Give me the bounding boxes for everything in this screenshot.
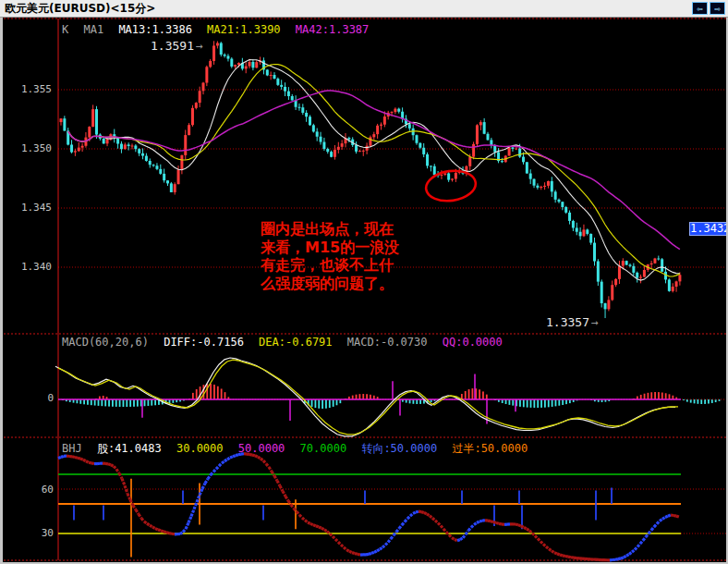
annotation-line: 圈内是出场点，现在: [261, 220, 399, 239]
annotation-line: 来看，M15的一浪没: [261, 239, 399, 257]
titlebar-buttons: ⇦ ⇨: [692, 2, 725, 15]
y-axis-label-1355: 1.355: [2, 83, 52, 95]
bhj-half-value: 过半:50.0000: [452, 442, 528, 455]
qq-value: QQ:0.0000: [443, 336, 503, 349]
bhj-k-value: 股:41.0483: [97, 442, 162, 455]
high-price-marker: 1.3591→: [151, 39, 203, 53]
current-price-tag: 1.3432: [689, 222, 728, 236]
low-price-text: 1.3357: [546, 315, 589, 329]
back-arrow-button[interactable]: ⇦: [692, 2, 708, 15]
macd-zero-label: 0: [4, 392, 54, 404]
bhj-30-label: 30: [4, 527, 54, 539]
exit-point-circle: [424, 167, 478, 203]
chart-window: 欧元美元(EURUSD)<15分> ⇦ ⇨ K MA1 MA13:1.3386 …: [0, 0, 728, 564]
ma13-value: MA13:1.3386: [118, 23, 191, 36]
annotation-text: 圈内是出场点，现在 来看，M15的一浪没 有走完，也谈不上什 么强度弱的问题了。: [261, 220, 399, 292]
title-bar: 欧元美元(EURUSD)<15分> ⇦ ⇨: [0, 0, 728, 18]
macd-value: MACD:-0.0730: [347, 336, 428, 349]
ma42-value: MA42:1.3387: [296, 23, 369, 36]
k-label: K: [62, 23, 68, 36]
annotation-line: 有走完，也谈不上什: [261, 256, 399, 275]
dea-value: DEA:-0.6791: [259, 336, 332, 349]
bhj-30-level: 30.0000: [176, 442, 224, 455]
right-arrow-icon: →: [591, 315, 599, 329]
y-axis-label-1345: 1.345: [2, 202, 52, 214]
high-price-text: 1.3591: [151, 39, 194, 53]
main-indicator-header: K MA1 MA13:1.3386 MA21:1.3390 MA42:1.338…: [62, 23, 377, 36]
window-edge-left: [0, 0, 3, 564]
ma21-value: MA21:1.3390: [207, 23, 280, 36]
bhj-70-level: 70.0000: [300, 442, 347, 455]
ma1-label: MA1: [83, 23, 103, 36]
window-title: 欧元美元(EURUSD)<15分>: [0, 1, 155, 17]
low-price-marker: 1.3357→: [546, 315, 599, 329]
bhj-60-label: 60: [4, 484, 54, 496]
bhj-levels: [58, 474, 728, 533]
bhj-50-level: 50.0000: [238, 442, 285, 455]
y-axis-label-1340: 1.340: [2, 261, 52, 273]
annotation-line: 么强度弱的问题了。: [261, 275, 399, 293]
y-axis-label-1350: 1.350: [2, 142, 52, 154]
diff-value: DIFF:-0.7156: [164, 336, 244, 349]
right-arrow-icon: →: [196, 39, 203, 53]
bhj-name: BHJ: [62, 442, 82, 455]
bhj-header: BHJ 股:41.0483 30.0000 50.0000 70.0000 转向…: [62, 441, 536, 457]
macd-header: MACD(60,20,6) DIFF:-0.7156 DEA:-0.6791 M…: [62, 336, 511, 349]
macd-params: MACD(60,20,6): [62, 336, 149, 349]
forward-arrow-button[interactable]: ⇨: [710, 2, 725, 15]
bhj-turn-value: 转向:50.0000: [361, 442, 437, 455]
bhj-k-line: [58, 454, 679, 560]
